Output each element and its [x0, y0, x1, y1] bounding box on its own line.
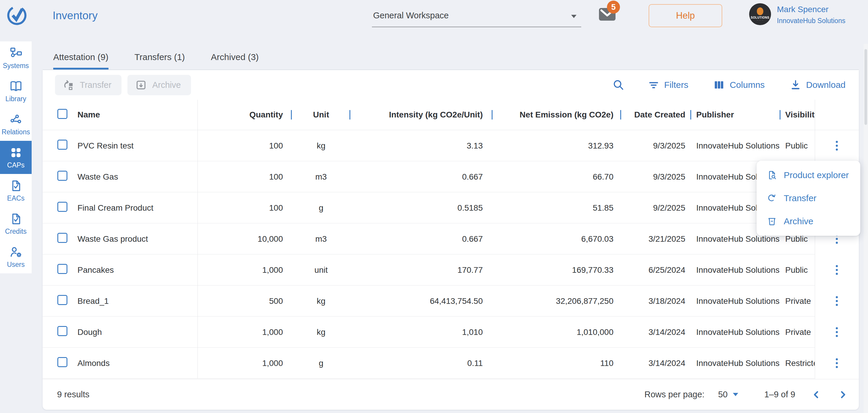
cell-date-created: 9/3/2025 — [621, 172, 691, 182]
chevron-right-icon — [837, 389, 848, 400]
sidebar-item-label: Systems — [3, 62, 29, 70]
row-checkbox[interactable] — [57, 326, 67, 336]
column-header-quantity[interactable]: Quantity — [197, 110, 292, 120]
cell-quantity: 1,000 — [197, 359, 292, 368]
table-row[interactable]: Waste Gas 100 m3 0.667 66.70 9/3/2025 In… — [42, 161, 859, 192]
archive-button-disabled[interactable]: Archive — [127, 75, 191, 95]
column-header-unit[interactable]: Unit — [292, 110, 350, 120]
sidebar-item-systems[interactable]: Systems — [0, 41, 32, 75]
filters-label: Filters — [664, 80, 688, 90]
table-row[interactable]: Final Cream Product 100 g 0.5185 51.85 9… — [42, 192, 859, 224]
user-menu[interactable]: Mark Spencer InnovateHub Solutions — [777, 5, 845, 25]
column-header-name[interactable]: Name — [71, 110, 197, 120]
row-actions-menu-button[interactable] — [834, 356, 840, 371]
context-menu-item-transfer[interactable]: Transfer — [756, 187, 860, 210]
column-header-net-emission[interactable]: Net Emission (kg CO2e) — [493, 110, 621, 120]
table-row[interactable]: Dough 1,000 kg 1,010 1,010,000 3/14/2024… — [42, 317, 859, 348]
column-header-visibility[interactable]: Visibility — [780, 110, 815, 120]
cell-unit: kg — [292, 296, 350, 306]
sidebar-item-caps[interactable]: CAPs — [0, 141, 32, 174]
sidebar-item-label: Library — [5, 95, 26, 103]
sidebar-item-eacs[interactable]: EACs — [0, 174, 32, 207]
select-all-checkbox[interactable] — [57, 109, 67, 119]
row-checkbox[interactable] — [57, 357, 67, 367]
search-icon — [612, 79, 625, 91]
sidebar-item-label: Users — [7, 261, 25, 269]
avatar-logo-subtext: — — — — [757, 19, 764, 21]
row-checkbox-cell — [42, 326, 71, 338]
row-actions-menu-button[interactable] — [834, 138, 840, 153]
search-button[interactable] — [612, 79, 625, 91]
cell-intensity: 1,010 — [350, 327, 493, 337]
cell-name: Dough — [71, 327, 197, 337]
columns-button[interactable]: Columns — [713, 79, 765, 91]
row-actions-menu-button[interactable] — [834, 262, 840, 277]
cell-intensity: 0.667 — [350, 172, 493, 182]
vertical-scrollbar[interactable] — [864, 44, 868, 413]
rows-per-page-select[interactable]: 50 — [718, 390, 738, 400]
cell-net-emission: 1,010,000 — [493, 327, 621, 337]
table-row[interactable]: Pancakes 1,000 unit 170.77 169,770.33 6/… — [42, 255, 859, 286]
cell-date-created: 6/25/2024 — [621, 265, 691, 275]
cell-actions — [815, 325, 859, 340]
table-row[interactable]: Bread_1 500 kg 64,413,754.50 32,206,877,… — [42, 286, 859, 317]
cell-visibility: Public — [780, 265, 815, 275]
column-header-date-created[interactable]: Date Created — [621, 110, 691, 120]
tab-transfers[interactable]: Transfers (1) — [134, 45, 185, 69]
cell-name: Final Cream Product — [71, 203, 197, 213]
column-header-publisher[interactable]: Publisher — [691, 110, 780, 120]
row-checkbox[interactable] — [57, 233, 67, 243]
row-checkbox-cell — [42, 202, 71, 214]
sidebar-item-label: Credits — [5, 228, 27, 235]
row-checkbox[interactable] — [57, 202, 67, 212]
cell-name: Bread_1 — [71, 296, 197, 306]
help-button[interactable]: Help — [649, 4, 722, 27]
context-menu-item-archive[interactable]: Archive — [756, 210, 860, 233]
sidebar-item-users[interactable]: Users — [0, 240, 32, 273]
download-button[interactable]: Download — [789, 79, 845, 91]
systems-icon — [9, 47, 23, 60]
row-checkbox-cell — [42, 171, 71, 183]
filters-button[interactable]: Filters — [648, 79, 688, 91]
row-actions-menu-button[interactable] — [834, 325, 840, 340]
cell-intensity: 0.11 — [350, 359, 493, 368]
cell-quantity: 100 — [197, 141, 292, 151]
cell-publisher: InnovateHub Solutions — [691, 359, 780, 368]
tab-bar: Attestation (9) Transfers (1) Archived (… — [42, 45, 859, 70]
sidebar-item-credits[interactable]: Credits — [0, 207, 32, 240]
cell-quantity: 1,000 — [197, 327, 292, 337]
select-all-cell — [42, 109, 71, 121]
table-footer: 9 results Rows per page: 50 1–9 of 9 — [42, 379, 859, 410]
toolbar-right-actions: Filters Columns Download — [612, 70, 845, 100]
tab-archived[interactable]: Archived (3) — [211, 45, 259, 69]
sidebar: Systems Library Relations CAPs EACs — [0, 41, 32, 273]
table-row[interactable]: Waste Gas product 10,000 m3 0.667 6,670.… — [42, 224, 859, 255]
table-row[interactable]: PVC Resin test 100 kg 3.13 312.93 9/3/20… — [42, 130, 859, 161]
row-checkbox[interactable] — [57, 264, 67, 274]
context-menu-item-product-explorer[interactable]: Product explorer — [756, 164, 860, 187]
avatar[interactable]: SOLUTIONS — — — — [749, 3, 771, 25]
row-actions-menu-button[interactable] — [834, 293, 840, 308]
sidebar-item-relations[interactable]: Relations — [0, 108, 32, 141]
rows-per-page-value: 50 — [718, 390, 727, 400]
users-gear-icon — [9, 245, 23, 259]
archive-menu-icon — [767, 216, 777, 227]
cell-quantity: 10,000 — [197, 234, 292, 244]
avatar-logo-text: SOLUTIONS — [751, 16, 770, 19]
row-checkbox[interactable] — [57, 295, 67, 305]
table-row[interactable]: Almonds 1,000 g 0.11 110 3/14/2024 Innov… — [42, 348, 859, 379]
sidebar-item-library[interactable]: Library — [0, 75, 32, 108]
previous-page-button[interactable] — [811, 389, 822, 400]
cell-publisher: InnovateHub Solutions — [691, 265, 780, 275]
column-header-intensity[interactable]: Intensity (kg CO2e/Unit) — [350, 110, 493, 120]
tab-attestation[interactable]: Attestation (9) — [53, 45, 108, 69]
scrollbar-thumb[interactable] — [864, 49, 867, 125]
download-label: Download — [806, 80, 845, 90]
workspace-select[interactable]: General Workspace — [372, 6, 581, 27]
eacs-document-check-icon — [9, 179, 23, 193]
transfer-button-disabled[interactable]: Transfer — [55, 75, 122, 95]
next-page-button[interactable] — [837, 389, 848, 400]
row-checkbox[interactable] — [57, 171, 67, 181]
row-checkbox[interactable] — [57, 140, 67, 150]
cell-name: Waste Gas — [71, 172, 197, 182]
